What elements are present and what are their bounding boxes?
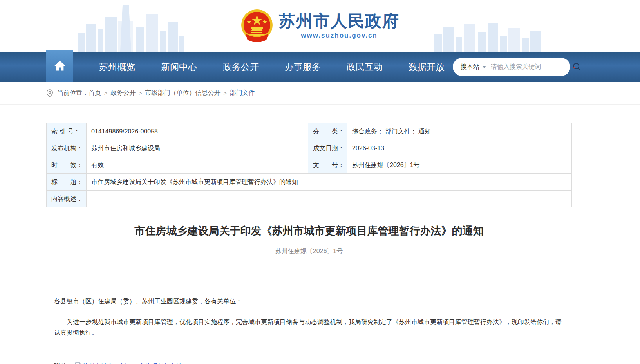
meta-value-issuer: 苏州市住房和城乡建设局 xyxy=(87,140,308,157)
search-input[interactable] xyxy=(491,63,572,70)
meta-label-doc-number: 文 号： xyxy=(308,157,347,174)
meta-value-validity: 有效 xyxy=(87,157,308,174)
meta-value-date: 2026-03-13 xyxy=(347,140,572,157)
table-row: 内容概述： xyxy=(47,191,572,207)
meta-value-category: 综合政务； 部门文件； 通知 xyxy=(347,123,572,140)
divider xyxy=(46,270,572,270)
search-icon xyxy=(572,62,581,72)
breadcrumb-dept-disclosure[interactable]: 市级部门（单位）信息公开 xyxy=(145,89,220,97)
table-row: 标 题： 市住房城乡建设局关于印发《苏州市城市更新项目库管理暂行办法》的通知 xyxy=(47,174,572,191)
breadcrumb: 当前位置： 首页 > 政务公开 > 市级部门（单位）信息公开 > 部门文件 xyxy=(0,82,640,105)
site-search: 搜本站 xyxy=(453,58,570,76)
table-row: 发布机构： 苏州市住房和城乡建设局 成文日期： 2026-03-13 xyxy=(47,140,572,157)
table-row: 时 效： 有效 文 号： 苏州住建规〔2026〕1号 xyxy=(47,157,572,174)
nav-home-button[interactable] xyxy=(46,50,73,82)
search-button[interactable] xyxy=(572,62,581,72)
document-number: 苏州住建规〔2026〕1号 xyxy=(46,247,572,256)
meta-label-validity: 时 效： xyxy=(47,157,87,174)
attachment-link[interactable]: 苏州市城市更新项目库管理暂行办法 xyxy=(82,361,183,364)
document-page: 索 引 号： 014149869/2026-00058 分 类： 综合政务； 部… xyxy=(46,123,572,364)
body-paragraph: 为进一步规范我市城市更新项目库管理，优化项目实施程序，完善城市更新项目储备与动态… xyxy=(54,317,564,338)
nav-item-services[interactable]: 办事服务 xyxy=(285,61,321,73)
meta-value-title: 市住房城乡建设局关于印发《苏州市城市更新项目库管理暂行办法》的通知 xyxy=(87,174,572,191)
breadcrumb-separator: > xyxy=(223,90,226,96)
meta-label-date: 成文日期： xyxy=(308,140,347,157)
site-title: 苏州市人民政府 xyxy=(279,12,400,30)
meta-label-category: 分 类： xyxy=(308,123,347,140)
meta-label-title: 标 题： xyxy=(47,174,87,191)
attachment-label: 附件： xyxy=(54,361,73,364)
site-header: 苏州市人民政府 www.suzhou.gov.cn xyxy=(0,0,640,52)
home-icon xyxy=(54,60,66,71)
salutation: 各县级市（区）住建局（委）、苏州工业园区规建委，各有关单位： xyxy=(54,296,564,306)
breadcrumb-current[interactable]: 部门文件 xyxy=(230,89,255,97)
search-scope-select[interactable]: 搜本站 xyxy=(461,63,486,71)
nav-item-interaction[interactable]: 政民互动 xyxy=(347,61,383,73)
word-doc-icon: W xyxy=(75,362,81,364)
table-row: 索 引 号： 014149869/2026-00058 分 类： 综合政务； 部… xyxy=(47,123,572,140)
breadcrumb-home[interactable]: 首页 xyxy=(89,89,101,97)
meta-label-summary: 内容概述： xyxy=(47,191,87,207)
doc-meta-table: 索 引 号： 014149869/2026-00058 分 类： 综合政务； 部… xyxy=(46,123,572,207)
breadcrumb-label: 当前位置： xyxy=(57,89,89,97)
meta-value-index: 014149869/2026-00058 xyxy=(87,123,308,140)
nav-item-overview[interactable]: 苏州概览 xyxy=(99,61,135,73)
nav-item-open-data[interactable]: 数据开放 xyxy=(409,61,445,73)
main-nav: 苏州概览 新闻中心 政务公开 办事服务 政民互动 数据开放 搜本站 xyxy=(0,52,640,82)
meta-value-doc-number: 苏州住建规〔2026〕1号 xyxy=(347,157,572,174)
article-body: 各县级市（区）住建局（委）、苏州工业园区规建委，各有关单位： 为进一步规范我市城… xyxy=(46,296,572,364)
national-emblem xyxy=(240,9,273,43)
breadcrumb-separator: > xyxy=(139,90,142,96)
meta-value-summary xyxy=(87,191,572,207)
meta-label-index: 索 引 号： xyxy=(47,123,87,140)
search-scope-label: 搜本站 xyxy=(461,63,479,71)
location-pin-icon xyxy=(46,89,53,97)
attachment-row: 附件： W 苏州市城市更新项目库管理暂行办法 xyxy=(54,361,564,364)
page-title: 市住房城乡建设局关于印发《苏州市城市更新项目库管理暂行办法》的通知 xyxy=(46,224,572,238)
chevron-down-icon xyxy=(482,66,486,68)
nav-item-gov-affairs[interactable]: 政务公开 xyxy=(223,61,259,73)
nav-item-news[interactable]: 新闻中心 xyxy=(161,61,197,73)
breadcrumb-gov-affairs[interactable]: 政务公开 xyxy=(110,89,136,97)
breadcrumb-separator: > xyxy=(104,90,107,96)
meta-label-issuer: 发布机构： xyxy=(47,140,87,157)
site-url: www.suzhou.gov.cn xyxy=(279,32,400,40)
